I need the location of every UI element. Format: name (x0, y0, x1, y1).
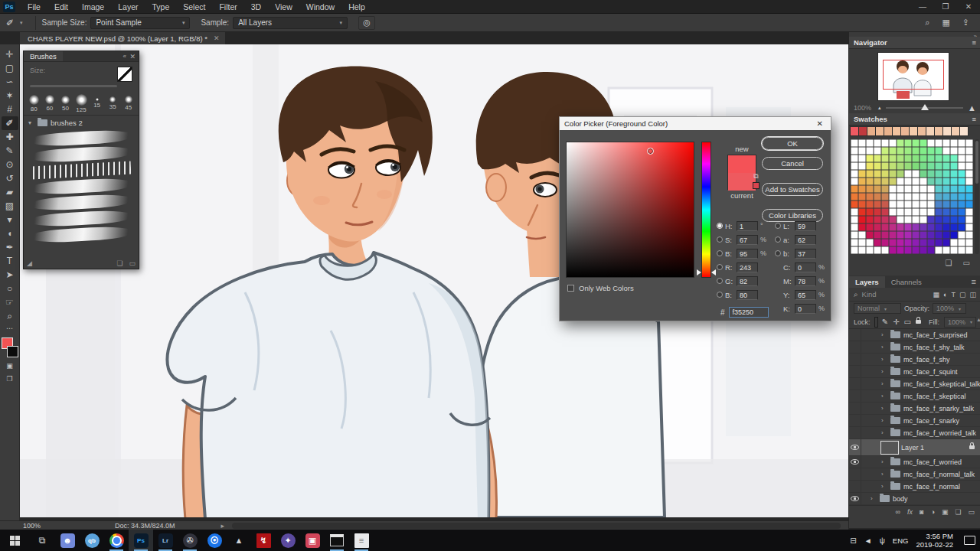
chevron-right-icon[interactable]: › (881, 471, 887, 478)
visibility-toggle[interactable] (849, 403, 861, 414)
swatch-cell[interactable] (942, 185, 950, 193)
swatch-cell[interactable] (958, 178, 965, 185)
new-swatch-icon[interactable]: ❏ (946, 259, 952, 267)
lock-image-pixels-icon[interactable]: ✎ (882, 318, 888, 326)
swatch-cell[interactable] (965, 162, 973, 170)
swatch-cell[interactable] (950, 193, 958, 201)
lasso-tool[interactable]: ∽ (2, 75, 18, 89)
background-color-swatch[interactable] (7, 346, 18, 357)
swatch-cell[interactable] (858, 223, 866, 231)
zoom-in-mountain-icon[interactable]: ▲ (968, 103, 976, 112)
lab-a-input[interactable]: 62 (795, 235, 816, 245)
swatch-cell[interactable] (889, 162, 897, 170)
swatch-cell[interactable] (851, 155, 858, 162)
swatch-cell[interactable] (897, 170, 904, 178)
swatch-cell[interactable] (950, 231, 958, 239)
horizontal-scrollbar[interactable] (232, 523, 841, 529)
swatch-cell[interactable] (920, 193, 927, 201)
swatch-cell[interactable] (889, 239, 897, 246)
zoom-tool[interactable]: ⌕ (2, 309, 18, 323)
navigator-zoom-value[interactable]: 100% (854, 104, 874, 112)
swatch-cell[interactable] (920, 216, 927, 223)
visibility-toggle[interactable] (849, 341, 861, 353)
saturation-input[interactable]: 67 (737, 235, 758, 245)
swatch-cell[interactable] (889, 216, 897, 223)
swatch-cell[interactable] (881, 223, 889, 231)
swatch-cell[interactable] (874, 246, 881, 254)
swatch-cell[interactable] (927, 193, 935, 201)
swatch-cell[interactable] (904, 231, 912, 239)
language-indicator[interactable]: ENG (893, 536, 909, 545)
chevron-right-icon[interactable]: › (881, 405, 887, 412)
swatch-cell[interactable] (935, 155, 942, 162)
swatch-cell[interactable] (950, 223, 958, 231)
document-tab[interactable]: CHARS PLAYER NEW.psd @ 100% (Layer 1, RG… (20, 32, 225, 44)
delete-swatch-icon[interactable]: ▭ (963, 259, 970, 267)
history-brush-tool[interactable]: ↺ (2, 171, 18, 185)
layer-row-mc-face-f-worried[interactable]: ›mc_face_f_worried (849, 456, 980, 468)
swatch-cell[interactable] (912, 201, 920, 208)
swatch-cell[interactable] (912, 216, 920, 223)
add-to-swatches-button[interactable]: Add to Swatches (762, 183, 823, 196)
layer-row-mc-face-f-shy-talk[interactable]: ›mc_face_f_shy_talk (849, 341, 980, 354)
panel-collapse-icon[interactable]: « (123, 53, 126, 60)
ok-button[interactable]: OK (762, 137, 823, 150)
swatch-cell[interactable] (851, 231, 858, 239)
brush-stroke-thumbnail[interactable] (31, 193, 132, 211)
swatch-cell[interactable] (859, 127, 867, 135)
swatch-cell[interactable] (958, 201, 965, 208)
swatch-cell[interactable] (881, 246, 889, 254)
swatch-cell[interactable] (950, 139, 958, 147)
swatch-cell[interactable] (935, 178, 942, 185)
gradient-tool[interactable]: ▨ (2, 199, 18, 213)
menu-filter[interactable]: Filter (213, 1, 243, 13)
panel-close-icon[interactable]: ✕ (129, 53, 136, 60)
visibility-toggle[interactable] (849, 456, 861, 468)
swatch-cell[interactable] (897, 208, 904, 216)
swatch-cell[interactable] (858, 246, 866, 254)
menu-select[interactable]: Select (177, 1, 211, 13)
swatch-cell[interactable] (920, 170, 927, 178)
workspace-icon[interactable]: ▦ (942, 18, 949, 28)
swatch-cell[interactable] (851, 185, 858, 193)
swatch-cell[interactable] (881, 147, 889, 155)
taskbar-map-pin-app[interactable]: ⦿ (202, 530, 227, 551)
swatch-cell[interactable] (881, 185, 889, 193)
new-brush-icon[interactable]: ❏ (116, 259, 122, 267)
swatch-cell[interactable] (851, 162, 858, 170)
swatch-cell[interactable] (942, 139, 950, 147)
swatch-cell[interactable] (904, 147, 912, 155)
brush-stroke-thumbnail[interactable] (31, 161, 132, 179)
delete-brush-icon[interactable]: ▭ (129, 259, 136, 267)
swatch-cell[interactable] (889, 139, 897, 147)
swatch-cell[interactable] (950, 201, 958, 208)
menu-3d[interactable]: 3D (245, 1, 267, 13)
swatch-cell[interactable] (897, 147, 904, 155)
swatch-cell[interactable] (912, 239, 920, 246)
swatch-cell[interactable] (950, 147, 958, 155)
taskbar-obs[interactable]: ✇ (178, 530, 202, 551)
visibility-toggle[interactable] (849, 427, 861, 439)
layer-style-icon[interactable]: fx (907, 508, 913, 516)
visibility-toggle[interactable] (849, 493, 861, 504)
swatch-cell[interactable] (858, 239, 866, 246)
swatch-cell[interactable] (935, 246, 942, 254)
layer-row-mc-face-f-shy[interactable]: ›mc_face_f_shy (849, 354, 980, 366)
sampling-ring-toggle[interactable]: ◎ (358, 16, 375, 30)
swatch-cell[interactable] (942, 147, 950, 155)
swatch-cell[interactable] (858, 155, 866, 162)
swatch-cell[interactable] (858, 201, 866, 208)
swatch-cell[interactable] (950, 239, 958, 246)
layer-row-mc-face-f-skeptical[interactable]: ›mc_face_f_skeptical (849, 390, 980, 403)
swatch-cell[interactable] (881, 239, 889, 246)
swatch-cell[interactable] (920, 185, 927, 193)
swatch-cell[interactable] (950, 216, 958, 223)
swatch-cell[interactable] (858, 231, 866, 239)
corner-grip-icon[interactable]: ◢ (27, 259, 32, 267)
swatch-cell[interactable] (958, 231, 965, 239)
swatch-cell[interactable] (866, 201, 874, 208)
brush-preset[interactable]: 60 (43, 93, 57, 113)
brush-stroke-thumbnail[interactable] (31, 145, 132, 163)
swatch-cell[interactable] (851, 127, 858, 135)
brush-preset[interactable]: 35 (106, 93, 120, 113)
